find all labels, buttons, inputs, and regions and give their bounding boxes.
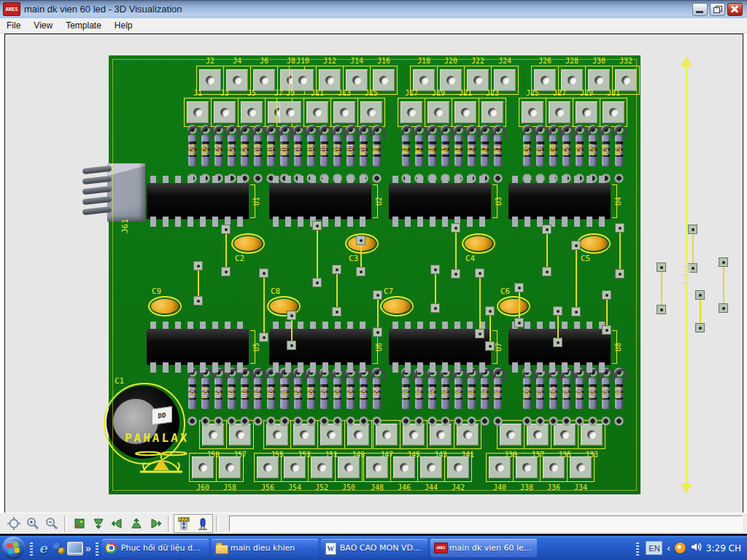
restore-button-icon[interactable] — [710, 3, 725, 16]
pad-hole — [253, 174, 263, 183]
menu-item-help[interactable]: Help — [108, 19, 139, 32]
resistor-r27: R27 — [587, 125, 599, 183]
rotate-up-icon[interactable] — [127, 515, 146, 532]
pad-hole — [595, 76, 603, 85]
pad — [475, 329, 484, 338]
ic-pins — [150, 362, 245, 373]
pad — [306, 101, 328, 123]
pad-hole — [346, 416, 355, 426]
dimension-label: 6.0in — [683, 263, 690, 286]
show-desktop-icon[interactable] — [67, 540, 83, 557]
pad-hole — [280, 416, 290, 426]
minimize-button-icon[interactable] — [692, 3, 708, 16]
messenger-icon[interactable] — [51, 540, 67, 557]
menu-item-view[interactable]: View — [27, 19, 59, 32]
tray-chevron-icon[interactable]: ‹ — [667, 542, 670, 553]
pad-hole — [522, 416, 532, 426]
connector-j15: J15 — [358, 98, 384, 126]
tray-handle — [636, 541, 639, 556]
toolbar-toggle-group — [174, 514, 213, 533]
pad-hole — [419, 76, 428, 85]
resistor-r20: R20 — [239, 125, 251, 183]
task-button[interactable]: WBAO CAO MON VDK.d... — [321, 539, 427, 557]
pad-hole — [225, 463, 234, 472]
pad-hole — [187, 416, 197, 426]
connector-j17: J17 — [398, 98, 425, 126]
title-bar[interactable]: ARES main dk vien 60 led - 3D Visualizat… — [0, 0, 747, 18]
pad — [553, 338, 562, 347]
connector-j5: J5 — [239, 98, 266, 126]
speaker-icon[interactable] — [690, 541, 702, 556]
resistor-r59: R59 — [213, 368, 225, 426]
pad — [440, 69, 462, 91]
ref-label: R25 — [615, 144, 622, 155]
connector-j27: J27 — [546, 98, 573, 126]
pad — [333, 101, 355, 123]
pad-hole — [588, 416, 597, 426]
pad — [311, 456, 333, 478]
arrow-down-icon — [681, 483, 692, 494]
ref-label: U5 — [252, 343, 260, 351]
ref-label: J25 — [519, 89, 546, 97]
rotate-left-icon[interactable] — [108, 515, 127, 532]
pan-icon[interactable] — [4, 515, 23, 532]
trace — [723, 263, 724, 307]
pad — [602, 325, 611, 335]
pad — [312, 278, 322, 287]
ref-label: J11 — [304, 89, 330, 97]
component-height-icon[interactable] — [193, 515, 212, 532]
zoom-out-icon[interactable] — [42, 515, 61, 532]
connector-j36: J36 — [541, 454, 568, 481]
task-button[interactable]: ARESmain dk vien 60 led - 3... — [430, 539, 537, 557]
ref-label: J30 — [586, 57, 612, 65]
start-button[interactable] — [2, 537, 25, 559]
menu-item-file[interactable]: File — [0, 19, 27, 32]
internet-explorer-icon[interactable]: e — [35, 540, 51, 557]
rotate-right-icon[interactable] — [146, 515, 165, 532]
pad — [561, 69, 583, 91]
ic-body — [389, 183, 491, 219]
resistor-r11: R11 — [345, 125, 357, 183]
pad-hole — [327, 430, 336, 439]
pad-hole — [436, 430, 445, 439]
unikey-tray-icon[interactable] — [675, 542, 686, 553]
connector-j29: J29 — [573, 98, 600, 126]
resistor-r56: R56 — [371, 368, 383, 426]
pad — [457, 424, 479, 446]
rotate-down-icon[interactable] — [89, 515, 108, 532]
connector-group: J25J27J29J31 — [519, 98, 627, 127]
ref-label: R50 — [294, 386, 301, 398]
viewport-canvas[interactable]: J61 DD C1 PAHALAX J — [4, 34, 743, 513]
capacitor-body — [148, 296, 182, 316]
task-button[interactable]: main dieu khien — [212, 539, 318, 557]
ref-label: R24 — [188, 144, 196, 155]
quick-launch-overflow-icon[interactable]: » — [83, 542, 93, 554]
connector-j38: J38 — [514, 454, 541, 481]
capacitor-body — [462, 233, 495, 254]
pad-hole — [193, 108, 202, 117]
zoom-in-icon[interactable] — [23, 515, 42, 532]
task-button[interactable]: Phục hồi dữ liệu do gh... — [102, 539, 209, 557]
pad — [615, 69, 637, 91]
pad — [347, 424, 369, 446]
board-height-icon[interactable] — [174, 515, 193, 532]
pad — [257, 456, 279, 478]
board-view-icon[interactable] — [70, 515, 89, 532]
ref-label: C4 — [465, 254, 475, 263]
pad — [219, 456, 241, 478]
ref-label: R14 — [307, 144, 314, 155]
resistor-group: R8R7R6R5R4R3R2R1 — [400, 125, 510, 183]
close-button-icon[interactable] — [727, 3, 743, 16]
pad — [214, 101, 236, 123]
resistor-r38: R38 — [587, 368, 599, 426]
ic-pins — [273, 362, 368, 373]
menu-item-template[interactable]: Template — [59, 19, 108, 32]
pad-hole — [273, 430, 282, 439]
ic-u3: U3 — [389, 176, 491, 227]
connector-j13: J13 — [331, 98, 358, 126]
connector-j58: J58 — [217, 454, 243, 481]
trace — [455, 229, 457, 273]
ref-label: R44 — [441, 386, 449, 398]
language-indicator[interactable]: EN — [646, 541, 662, 555]
pad — [403, 424, 425, 446]
